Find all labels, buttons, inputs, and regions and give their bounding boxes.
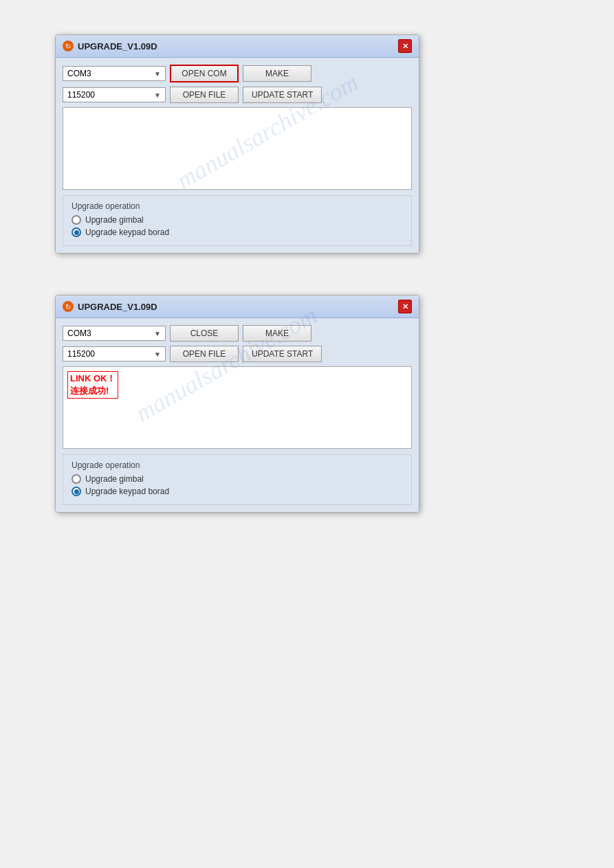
link-ok-status: LINK OK！ 连接成功! xyxy=(67,371,118,399)
close-button-2[interactable]: ✕ xyxy=(398,300,412,313)
radio-gimbal-label-1: Upgrade gimbal xyxy=(85,215,144,225)
title-bar-left-1: ↻ UPGRADE_V1.09D xyxy=(63,41,157,52)
make-button-1[interactable]: MAKE xyxy=(243,65,311,82)
combo-arrow-2: ▼ xyxy=(154,91,161,99)
open-file-button-1[interactable]: OPEN FILE xyxy=(170,87,239,103)
com-select-1[interactable]: COM3 ▼ xyxy=(63,66,166,81)
window-1: ↻ UPGRADE_V1.09D ✕ COM3 ▼ OPEN COM MAKE … xyxy=(55,34,419,254)
update-start-button-1[interactable]: UPDATE START xyxy=(243,87,322,103)
radio-keypad-label-1: Upgrade keypad borad xyxy=(85,227,169,237)
window-body-2: COM3 ▼ CLOSE MAKE 115200 ▼ OPEN FILE UPD… xyxy=(56,318,419,512)
upgrade-label-1: Upgrade operation xyxy=(72,201,403,211)
radio-keypad-2[interactable] xyxy=(72,487,81,496)
radio-row-1a: Upgrade gimbal xyxy=(72,215,403,225)
upgrade-section-2: Upgrade operation Upgrade gimbal Upgrade… xyxy=(63,454,412,505)
title-bar-left-2: ↻ UPGRADE_V1.09D xyxy=(63,301,157,312)
radio-gimbal-label-2: Upgrade gimbal xyxy=(85,474,144,484)
toolbar-row-2b: 115200 ▼ OPEN FILE UPDATE START xyxy=(63,346,412,362)
make-button-2[interactable]: MAKE xyxy=(243,325,311,342)
title-bar-2: ↻ UPGRADE_V1.09D ✕ xyxy=(56,296,419,318)
toolbar-row-1b: 115200 ▼ OPEN FILE UPDATE START xyxy=(63,87,412,103)
baud-select-2[interactable]: 115200 ▼ xyxy=(63,346,166,361)
title-bar-1: ↻ UPGRADE_V1.09D ✕ xyxy=(56,35,419,58)
toolbar-row-2a: COM3 ▼ CLOSE MAKE xyxy=(63,325,412,342)
window-2: ↻ UPGRADE_V1.09D ✕ COM3 ▼ CLOSE MAKE 115… xyxy=(55,295,419,513)
toolbar-row-1a: COM3 ▼ OPEN COM MAKE xyxy=(63,65,412,82)
close-button-1[interactable]: ✕ xyxy=(398,39,412,53)
log-area-2: LINK OK！ 连接成功! xyxy=(63,366,412,449)
open-file-button-2[interactable]: OPEN FILE xyxy=(170,346,239,362)
combo-arrow-3: ▼ xyxy=(154,330,161,337)
radio-keypad-label-2: Upgrade keypad borad xyxy=(85,487,169,496)
upgrade-section-1: Upgrade operation Upgrade gimbal Upgrade… xyxy=(63,195,412,246)
radio-gimbal-1[interactable] xyxy=(72,215,81,225)
close-com-button-2[interactable]: CLOSE xyxy=(170,325,239,342)
update-start-button-2[interactable]: UPDATE START xyxy=(243,346,322,362)
upgrade-label-2: Upgrade operation xyxy=(72,460,403,470)
radio-row-1b: Upgrade keypad borad xyxy=(72,227,403,237)
radio-row-2b: Upgrade keypad borad xyxy=(72,487,403,496)
combo-arrow-4: ▼ xyxy=(154,350,161,358)
radio-row-2a: Upgrade gimbal xyxy=(72,474,403,484)
app-icon-2: ↻ xyxy=(63,301,74,312)
baud-select-1[interactable]: 115200 ▼ xyxy=(63,87,166,102)
log-area-1 xyxy=(63,107,412,190)
radio-keypad-1[interactable] xyxy=(72,227,81,237)
open-com-button-1[interactable]: OPEN COM xyxy=(170,65,239,82)
radio-gimbal-2[interactable] xyxy=(72,474,81,484)
window-title-1: UPGRADE_V1.09D xyxy=(78,41,157,52)
window-body-1: COM3 ▼ OPEN COM MAKE 115200 ▼ OPEN FILE … xyxy=(56,58,419,253)
window-title-2: UPGRADE_V1.09D xyxy=(78,302,157,312)
app-icon-1: ↻ xyxy=(63,41,74,52)
com-select-2[interactable]: COM3 ▼ xyxy=(63,326,166,341)
combo-arrow-1: ▼ xyxy=(154,70,161,78)
